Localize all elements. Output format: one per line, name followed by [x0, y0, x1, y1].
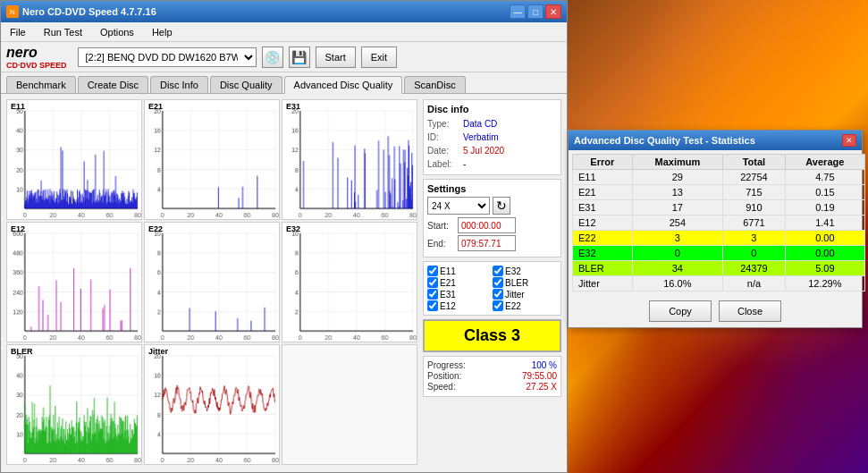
type-label: Type:: [427, 117, 459, 131]
cb-e12-label: E12: [440, 301, 456, 311]
position-value: 79:55.00: [522, 371, 557, 381]
start-time-input[interactable]: [458, 217, 516, 233]
menu-run-test[interactable]: Run Test: [38, 25, 88, 39]
chart-e21-title: E21: [148, 102, 163, 111]
disc-info-title: Disc info: [427, 104, 557, 114]
exit-button[interactable]: Exit: [361, 46, 397, 68]
disc-info-box: Disc info Type: Data CD ID: Verbatim Dat…: [423, 99, 561, 175]
chart-e22-title: E22: [148, 224, 163, 233]
close-button[interactable]: ✕: [545, 4, 561, 19]
stats-header-row: Error Maximum Total Average: [573, 155, 865, 170]
stats-cell-average: 5.09: [785, 261, 864, 276]
toolbar: nero CD·DVD SPEED [2:2] BENQ DVD DD DW16…: [1, 42, 567, 72]
chart-bler: BLER: [6, 344, 142, 465]
drive-selector[interactable]: [2:2] BENQ DVD DD DW1620 B7W9: [78, 47, 257, 67]
cb-e11-label: E11: [440, 266, 456, 276]
speed-selector[interactable]: 24 X: [427, 197, 490, 215]
speed-action-button[interactable]: ↻: [493, 197, 510, 215]
tab-disc-quality[interactable]: Disc Quality: [210, 76, 282, 93]
stats-row: E1129227544.75: [573, 170, 865, 185]
disc-label-label: Label:: [427, 157, 459, 171]
stats-row: Jitter16.0%n/a12.29%: [573, 276, 865, 291]
tab-scandisc[interactable]: ScanDisc: [404, 76, 465, 93]
stats-row: E32000.00: [573, 246, 865, 261]
id-value: Verbatim: [463, 131, 498, 144]
maximize-button[interactable]: □: [527, 4, 544, 19]
end-time-row: End:: [427, 235, 557, 251]
end-time-input[interactable]: [458, 235, 516, 251]
tab-bar: Benchmark Create Disc Disc Info Disc Qua…: [1, 72, 567, 94]
chart-empty: [282, 344, 417, 465]
stats-cell-total: 910: [723, 200, 786, 215]
nero-logo: nero: [6, 45, 38, 61]
menu-help[interactable]: Help: [147, 25, 178, 39]
menu-file[interactable]: File: [4, 25, 31, 39]
tab-benchmark[interactable]: Benchmark: [6, 76, 76, 93]
tab-advanced-disc-quality[interactable]: Advanced Disc Quality: [284, 76, 403, 94]
stats-cell-error: E22: [573, 231, 633, 246]
copy-button[interactable]: Copy: [649, 300, 712, 322]
speed-disp-value: 27.25 X: [527, 382, 557, 392]
window-title: Nero CD-DVD Speed 4.7.7.16: [22, 6, 156, 17]
save-button[interactable]: 💾: [289, 46, 310, 68]
col-total: Total: [723, 155, 786, 170]
stats-row: E22330.00: [573, 231, 865, 246]
cb-e21-input[interactable]: [427, 277, 438, 288]
charts-grid: E11 E21 E31 E12 E22: [6, 99, 417, 465]
cb-bler: BLER: [493, 277, 557, 288]
speed-disp-label: Speed:: [427, 382, 456, 392]
cb-e31-input[interactable]: [427, 289, 438, 300]
chart-e32: E32: [282, 222, 417, 342]
stats-window: Advanced Disc Quality Test - Statistics …: [568, 130, 863, 328]
class-box: Class 3: [423, 319, 561, 352]
chart-e11-title: E11: [11, 102, 25, 111]
menu-bar: File Run Test Options Help: [1, 22, 567, 42]
stats-cell-average: 0.00: [785, 231, 864, 246]
stats-cell-error: E31: [573, 200, 633, 215]
end-label: End:: [427, 239, 454, 249]
cd-dvd-speed-logo: CD·DVD SPEED: [6, 61, 67, 70]
chart-bler-title: BLER: [11, 347, 33, 356]
stats-cell-maximum: 17: [632, 200, 723, 215]
speed-row: 24 X ↻: [427, 197, 557, 215]
cb-bler-input[interactable]: [493, 277, 503, 288]
tab-create-disc[interactable]: Create Disc: [78, 76, 148, 93]
start-time-row: Start:: [427, 217, 557, 233]
progress-value: 100 %: [532, 360, 557, 370]
stats-footer: Copy Close: [569, 295, 862, 327]
stats-cell-maximum: 13: [632, 185, 723, 200]
stats-cell-error: E21: [573, 185, 633, 200]
chart-e12: E12: [6, 222, 142, 342]
drive-info-button[interactable]: 💿: [262, 46, 283, 68]
stats-row: BLER34243795.09: [573, 261, 865, 276]
stats-cell-maximum: 29: [632, 170, 723, 185]
minimize-button[interactable]: —: [510, 4, 526, 19]
chart-e31-title: E31: [286, 102, 300, 111]
cb-e12-input[interactable]: [427, 300, 438, 311]
menu-options[interactable]: Options: [95, 25, 139, 39]
stats-cell-average: 0.15: [785, 185, 864, 200]
cb-e32-label: E32: [505, 266, 521, 276]
cb-jitter: Jitter: [493, 289, 557, 300]
cb-e21: E21: [427, 277, 492, 288]
disc-type-row: Type: Data CD: [427, 117, 557, 131]
type-value: Data CD: [463, 117, 497, 131]
cb-e11-input[interactable]: [427, 266, 438, 276]
stats-cell-error: E12: [573, 215, 633, 231]
date-value: 5 Jul 2020: [463, 144, 504, 157]
chart-e31: E31: [282, 99, 417, 220]
tab-disc-info[interactable]: Disc Info: [150, 76, 208, 93]
info-panel: Disc info Type: Data CD ID: Verbatim Dat…: [423, 99, 561, 465]
cb-jitter-label: Jitter: [505, 290, 525, 300]
stats-cell-average: 0.00: [785, 246, 864, 261]
start-button[interactable]: Start: [316, 46, 356, 68]
stats-cell-total: 0: [723, 246, 786, 261]
title-controls: — □ ✕: [510, 4, 561, 19]
cb-jitter-input[interactable]: [493, 289, 503, 300]
cb-e22-input[interactable]: [493, 300, 503, 311]
stats-cell-total: 22754: [723, 170, 786, 185]
cb-e32-input[interactable]: [493, 266, 503, 276]
stats-close-btn-footer[interactable]: Close: [719, 300, 781, 322]
stats-close-button[interactable]: ✕: [842, 134, 856, 147]
stats-cell-total: 3: [723, 231, 786, 246]
